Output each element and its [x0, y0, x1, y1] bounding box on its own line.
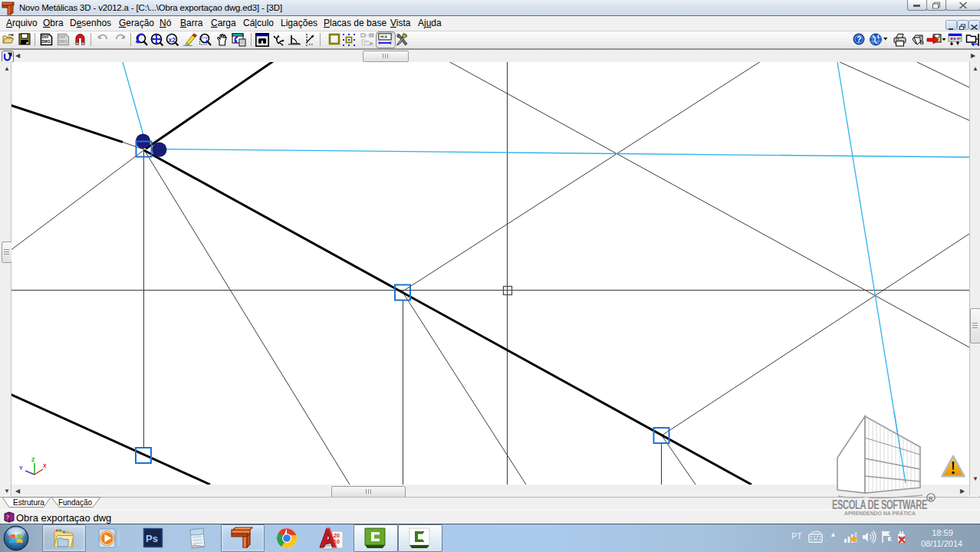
svg-text:?: ? [857, 34, 861, 44]
svg-text:Z: Z [31, 457, 35, 462]
svg-text:Ps: Ps [146, 533, 158, 544]
svg-text:X: X [43, 463, 47, 468]
svg-text:ESCOLA DE SOFTWARE: ESCOLA DE SOFTWARE [832, 498, 928, 511]
svg-text:APRENDENDO NA PRÁTICA: APRENDENDO NA PRÁTICA [844, 510, 916, 516]
svg-text:R: R [929, 495, 933, 502]
svg-text:?: ? [6, 514, 9, 520]
svg-text:DWG: DWG [42, 40, 51, 44]
svg-text:DXF: DXF [59, 35, 66, 39]
svg-text:DWG: DWG [59, 40, 68, 44]
svg-text:x2: x2 [169, 36, 176, 44]
svg-text:≪4: ≪4 [380, 34, 387, 39]
svg-text:DXF: DXF [42, 35, 49, 39]
svg-text:Fundação: Fundação [58, 498, 92, 507]
svg-text:Estrutura: Estrutura [13, 498, 44, 507]
svg-text:Y: Y [19, 465, 23, 471]
svg-text:20: 20 [334, 533, 340, 538]
